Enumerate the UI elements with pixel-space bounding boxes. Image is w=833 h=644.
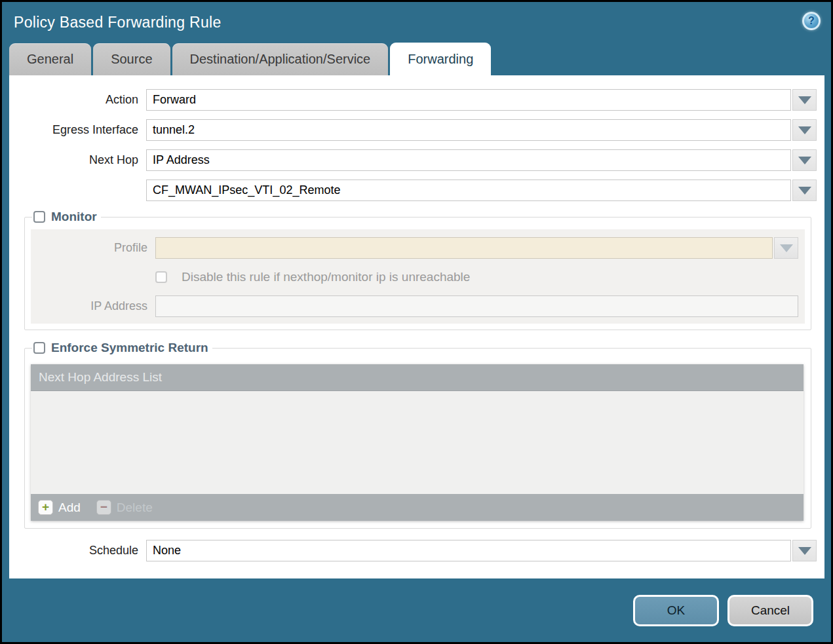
profile-dropdown-button — [774, 237, 798, 259]
delete-button: − Delete — [96, 500, 153, 515]
tab-content-forwarding: Action Forward Egress Interface tunnel.2… — [9, 75, 824, 578]
next-hop-type-dropdown-button[interactable] — [792, 149, 817, 171]
action-select[interactable]: Forward — [146, 89, 791, 111]
plus-icon: + — [38, 500, 53, 515]
profile-select — [155, 237, 773, 259]
chevron-down-icon — [798, 96, 811, 104]
next-hop-address-table-body[interactable] — [31, 391, 804, 494]
profile-label: Profile — [31, 241, 147, 255]
add-button-label: Add — [58, 501, 81, 515]
chevron-down-icon — [798, 187, 811, 195]
cancel-button[interactable]: Cancel — [727, 595, 813, 626]
tab-source[interactable]: Source — [93, 43, 170, 75]
disable-rule-label: Disable this rule if nexthop/monitor ip … — [182, 270, 470, 284]
next-hop-address-select[interactable]: CF_MWAN_IPsec_VTI_02_Remote — [146, 180, 791, 201]
monitor-checkbox[interactable] — [33, 211, 45, 223]
monitor-ip-row: IP Address — [31, 295, 798, 317]
chevron-down-icon — [798, 126, 811, 134]
tab-general[interactable]: General — [9, 43, 91, 75]
ok-button[interactable]: OK — [633, 595, 719, 626]
plus-glyph: + — [42, 501, 49, 513]
help-icon[interactable]: ? — [802, 12, 821, 30]
minus-glyph: − — [100, 501, 107, 513]
next-hop-label: Next Hop — [9, 153, 138, 167]
monitor-legend-label: Monitor — [51, 210, 97, 224]
question-mark-glyph: ? — [808, 16, 815, 26]
chevron-down-icon — [798, 157, 811, 164]
next-hop-address-table: Next Hop Address List + Add − Delete — [31, 364, 804, 521]
chevron-down-icon — [798, 547, 811, 555]
next-hop-address-table-header: Next Hop Address List — [31, 364, 804, 391]
tab-bar: General Source Destination/Application/S… — [2, 43, 831, 75]
next-hop-row: Next Hop IP Address — [9, 149, 817, 171]
monitor-disable-row: Disable this rule if nexthop/monitor ip … — [31, 270, 798, 284]
minus-icon: − — [96, 500, 111, 515]
next-hop-address-row: CF_MWAN_IPsec_VTI_02_Remote — [9, 180, 817, 201]
dialog-footer: OK Cancel — [2, 578, 831, 642]
tab-forwarding[interactable]: Forwarding — [390, 43, 491, 75]
schedule-row: Schedule None — [9, 540, 817, 561]
enforce-symmetric-return-checkbox[interactable] — [33, 342, 45, 354]
enforce-legend: Enforce Symmetric Return — [32, 341, 212, 355]
next-hop-type-select[interactable]: IP Address — [146, 149, 791, 171]
schedule-select[interactable]: None — [146, 540, 791, 561]
next-hop-address-table-toolbar: + Add − Delete — [31, 494, 804, 521]
next-hop-address-dropdown-button[interactable] — [792, 180, 817, 201]
monitor-legend: Monitor — [32, 210, 101, 224]
egress-interface-row: Egress Interface tunnel.2 — [9, 119, 817, 141]
monitor-ip-input — [155, 295, 798, 317]
enforce-legend-label: Enforce Symmetric Return — [51, 341, 208, 355]
schedule-dropdown-button[interactable] — [792, 540, 817, 561]
tab-destination-application-service[interactable]: Destination/Application/Service — [172, 43, 389, 75]
add-button[interactable]: + Add — [38, 500, 81, 515]
enforce-symmetric-return-fieldset: Enforce Symmetric Return Next Hop Addres… — [24, 341, 811, 529]
monitor-body: Profile Disable this rule if nexthop/mon… — [31, 229, 805, 324]
monitor-ip-label: IP Address — [31, 299, 147, 313]
screenshot-frame: Policy Based Forwarding Rule ? General S… — [0, 0, 833, 644]
schedule-label: Schedule — [9, 544, 138, 558]
egress-interface-select[interactable]: tunnel.2 — [146, 119, 791, 141]
dialog-titlebar: Policy Based Forwarding Rule ? — [2, 2, 831, 43]
dialog-title: Policy Based Forwarding Rule — [14, 14, 222, 31]
disable-rule-checkbox — [155, 271, 167, 283]
policy-forwarding-dialog: Policy Based Forwarding Rule ? General S… — [2, 2, 831, 642]
monitor-fieldset: Monitor Profile Disable this rule if nex… — [24, 210, 811, 330]
delete-button-label: Delete — [117, 501, 153, 515]
monitor-profile-row: Profile — [31, 237, 798, 259]
chevron-down-icon — [780, 244, 793, 252]
egress-interface-dropdown-button[interactable] — [792, 119, 817, 141]
egress-interface-label: Egress Interface — [9, 123, 138, 137]
action-dropdown-button[interactable] — [792, 89, 817, 111]
action-row: Action Forward — [9, 89, 817, 111]
action-label: Action — [9, 93, 138, 107]
